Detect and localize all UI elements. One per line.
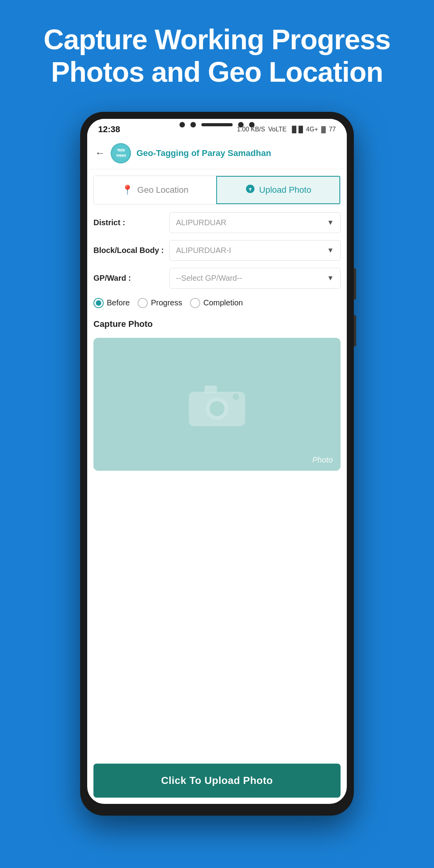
radio-progress[interactable]: Progress bbox=[138, 298, 182, 308]
svg-rect-3 bbox=[204, 386, 217, 393]
hero-title: Capture Working Progress Photos and Geo … bbox=[0, 0, 434, 104]
radio-before-circle bbox=[93, 298, 104, 308]
gp-placeholder: --Select GP/Ward-- bbox=[176, 274, 242, 283]
block-value: ALIPURDUAR-I bbox=[176, 246, 231, 255]
upload-icon bbox=[245, 184, 255, 196]
app-title: Geo-Tagging of Paray Samadhan bbox=[136, 148, 271, 158]
phone-container: 12:38 1.00 KB/S VoLTE ▐▌█ 4G+ ▓ 77 ← পাড… bbox=[0, 112, 434, 816]
speaker-bar bbox=[201, 123, 233, 126]
camera-dot-center-right bbox=[238, 122, 244, 127]
location-pin-icon: 📍 bbox=[122, 185, 133, 195]
radio-before-label: Before bbox=[107, 298, 130, 307]
phone-top-bar bbox=[179, 122, 255, 127]
block-label: Block/Local Body : bbox=[93, 246, 164, 255]
block-chevron-icon: ▼ bbox=[327, 246, 334, 255]
camera-dot-left bbox=[179, 122, 185, 127]
signal-bars-icon: ▐▌█ bbox=[290, 126, 303, 133]
gp-row: GP/Ward : --Select GP/Ward-- ▼ bbox=[93, 268, 341, 289]
phone-screen: 12:38 1.00 KB/S VoLTE ▐▌█ 4G+ ▓ 77 ← পাড… bbox=[87, 119, 347, 804]
camera-dot-right bbox=[249, 122, 255, 127]
gp-label: GP/Ward : bbox=[93, 274, 164, 283]
logo-image: পাড়ায় সমাধান bbox=[112, 144, 130, 162]
status-time: 12:38 bbox=[98, 124, 120, 135]
photo-label: Photo bbox=[312, 456, 333, 464]
form-area: District : ALIPURDUAR ▼ Block/Local Body… bbox=[87, 204, 347, 760]
gp-select[interactable]: --Select GP/Ward-- ▼ bbox=[169, 268, 341, 289]
tab-bar: 📍 Geo Location Upload Photo bbox=[93, 176, 341, 204]
gp-chevron-icon: ▼ bbox=[327, 274, 334, 282]
radio-progress-circle bbox=[138, 298, 148, 308]
back-button[interactable]: ← bbox=[95, 147, 105, 159]
upload-button[interactable]: Click To Upload Photo bbox=[93, 764, 341, 798]
power-button[interactable] bbox=[354, 268, 356, 299]
svg-point-2 bbox=[210, 401, 224, 416]
radio-progress-label: Progress bbox=[151, 298, 182, 307]
block-select[interactable]: ALIPURDUAR-I ▼ bbox=[169, 240, 341, 261]
district-select[interactable]: ALIPURDUAR ▼ bbox=[169, 212, 341, 233]
radio-before[interactable]: Before bbox=[93, 298, 130, 308]
camera-icon bbox=[186, 379, 248, 430]
photo-placeholder[interactable]: Photo bbox=[93, 338, 341, 471]
camera-dot-center-left bbox=[190, 122, 196, 127]
hero-section: Capture Working Progress Photos and Geo … bbox=[0, 0, 434, 104]
app-header: ← পাড়ায় সমাধান Geo-Tagging of Paray Sa… bbox=[87, 138, 347, 169]
district-chevron-icon: ▼ bbox=[327, 219, 334, 227]
phone-frame: 12:38 1.00 KB/S VoLTE ▐▌█ 4G+ ▓ 77 ← পাড… bbox=[80, 112, 354, 816]
volume-button[interactable] bbox=[354, 315, 356, 346]
tab-upload-label: Upload Photo bbox=[259, 185, 311, 195]
svg-point-4 bbox=[233, 393, 239, 400]
network-type: 4G+ bbox=[306, 126, 318, 133]
tab-upload-photo[interactable]: Upload Photo bbox=[216, 176, 340, 204]
volte-icon: VoLTE bbox=[268, 126, 287, 133]
tab-geo-label: Geo Location bbox=[137, 185, 188, 195]
district-value: ALIPURDUAR bbox=[176, 218, 226, 227]
battery-level: 77 bbox=[329, 126, 336, 133]
radio-completion-label: Completion bbox=[203, 298, 243, 307]
radio-completion-circle bbox=[190, 298, 200, 308]
radio-group: Before Progress Completion bbox=[93, 296, 341, 310]
district-label: District : bbox=[93, 218, 164, 227]
app-logo: পাড়ায় সমাধান bbox=[111, 143, 131, 163]
tab-geo-location[interactable]: 📍 Geo Location bbox=[94, 176, 216, 204]
radio-completion[interactable]: Completion bbox=[190, 298, 243, 308]
district-row: District : ALIPURDUAR ▼ bbox=[93, 212, 341, 233]
capture-section-label: Capture Photo bbox=[93, 319, 341, 329]
battery-icon: ▓ bbox=[321, 126, 326, 133]
block-row: Block/Local Body : ALIPURDUAR-I ▼ bbox=[93, 240, 341, 261]
